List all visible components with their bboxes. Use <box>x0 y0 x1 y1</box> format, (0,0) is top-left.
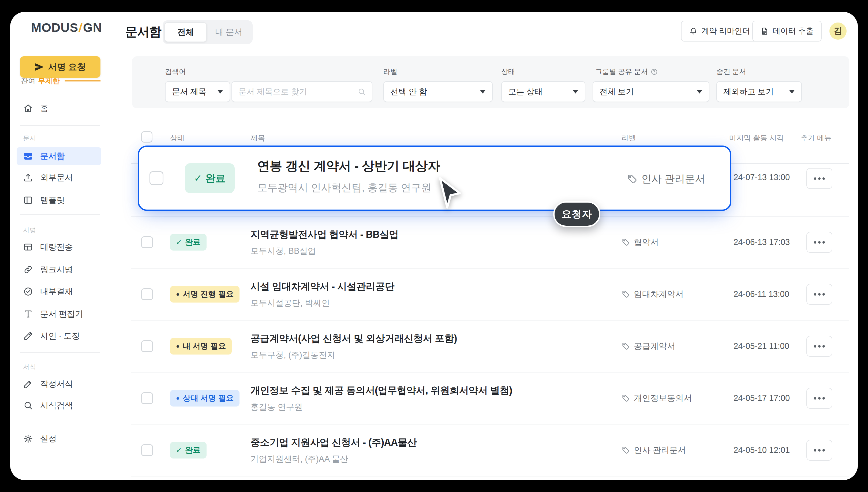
contract-reminder-label: 계약 리마인더 <box>701 26 750 36</box>
document-title: 지역균형발전사업 협약서 - BB실업 <box>251 228 399 241</box>
tab-my-documents-label: 내 문서 <box>215 27 242 38</box>
sidebar-item-inbox[interactable]: 문서함 <box>17 147 101 165</box>
check-icon: ✓ <box>194 173 202 184</box>
tab-my-documents[interactable]: 내 문서 <box>207 22 251 42</box>
file-extract-icon <box>760 27 769 35</box>
select-all-checkbox[interactable] <box>141 131 152 143</box>
column-label: 라벨 <box>621 133 636 143</box>
mouse-cursor-icon <box>437 177 464 210</box>
sidebar-item-label: 설정 <box>40 433 56 444</box>
row-checkbox[interactable] <box>150 171 163 185</box>
tag-icon <box>621 342 630 350</box>
more-menu-button[interactable] <box>807 440 833 461</box>
document-title: 개인정보 수집 및 제공 동의서(업무협약서, 위원회서약서 별첨) <box>251 384 512 397</box>
status-badge: ✓완료 <box>185 163 235 193</box>
document-participants: 모두구청, (주)길동전자 <box>251 349 457 361</box>
column-more: 추가 메뉴 <box>800 133 832 143</box>
sidebar-item-label: 내부결재 <box>40 286 73 297</box>
last-activity-time: 24-05-17 17:00 <box>734 393 790 403</box>
tab-all[interactable]: 전체 <box>164 22 207 42</box>
document-table: 상태 제목 라벨 마지막 활동 시각 추가 메뉴 ✓완료 연봉 갱신 계약서 -… <box>110 52 858 480</box>
app-window: MODUS/GN 서명 요청 잔여 무제한 홈 문서 문서함 외부문서 템플릿 <box>10 12 858 480</box>
search-icon <box>23 400 33 411</box>
document-title: 연봉 갱신 계약서 - 상반기 대상자 <box>257 157 440 174</box>
sidebar-item-label: 작성서식 <box>40 378 73 390</box>
row-checkbox[interactable] <box>141 288 153 300</box>
document-participants: 모두광역시 인사혁신팀, 홍길동 연구원 <box>257 181 440 195</box>
document-row[interactable]: ●내 서명 필요 공급계약서(사업 신청서 및 외상거래신청서 포함) 모두구청… <box>131 320 849 372</box>
sidebar-item-label: 템플릿 <box>40 195 65 206</box>
row-checkbox[interactable] <box>141 444 153 456</box>
last-activity-time: 24-06-13 17:03 <box>734 238 790 247</box>
document-row[interactable]: ✓완료 중소기업 지원사업 신청서 - (주)AA물산 기업지원센터, (주)A… <box>131 424 849 476</box>
inbox-icon <box>23 151 33 161</box>
row-checkbox[interactable] <box>141 236 153 248</box>
document-row-highlighted[interactable]: ✓완료 연봉 갱신 계약서 - 상반기 대상자 모두광역시 인사혁신팀, 홍길동… <box>138 146 731 211</box>
sidebar-item-form-search[interactable]: 서식검색 <box>17 396 101 415</box>
sidebar-item-label: 외부문서 <box>40 172 73 183</box>
document-row[interactable]: ✓완료 지역균형발전사업 협약서 - BB실업 모두시청, BB실업 협약서 2… <box>131 217 849 269</box>
document-title: 중소기업 지원사업 신청서 - (주)AA물산 <box>251 436 416 449</box>
data-export-button[interactable]: 데이터 추출 <box>752 21 822 42</box>
document-label: 임대차계약서 <box>621 289 684 300</box>
row-checkbox[interactable] <box>141 392 153 404</box>
document-titles: 시설 임대차계약서 - 시설관리공단 모두시설공단, 박싸인 <box>251 280 394 309</box>
pencil-icon <box>23 379 33 389</box>
check-circle-icon <box>23 287 33 297</box>
sidebar-item-home[interactable]: 홈 <box>17 99 101 117</box>
document-label: 개인정보동의서 <box>621 393 692 404</box>
document-titles: 연봉 갱신 계약서 - 상반기 대상자 모두광역시 인사혁신팀, 홍길동 연구원 <box>257 157 440 195</box>
sidebar-item-external-docs[interactable]: 외부문서 <box>17 169 101 187</box>
document-row[interactable]: ●서명 진행 필요 시설 임대차계약서 - 시설관리공단 모두시설공단, 박싸인… <box>131 269 849 320</box>
check-icon: ✓ <box>176 446 182 454</box>
status-badge: ●내 서명 필요 <box>170 338 232 354</box>
last-activity-time: 24-05-21 11:00 <box>734 341 789 351</box>
data-export-label: 데이터 추출 <box>773 26 814 36</box>
document-row[interactable]: ●상대 서명 필요 개인정보 수집 및 제공 동의서(업무협약서, 위원회서약서… <box>131 372 849 424</box>
logo-text-left: MODUS <box>31 21 78 34</box>
sidebar-section-documents: 문서 <box>23 134 36 143</box>
more-menu-button[interactable] <box>807 284 833 305</box>
bell-icon <box>689 27 698 35</box>
sidebar-item-label: 홈 <box>40 103 49 114</box>
sidebar-divider <box>20 416 100 416</box>
document-titles: 공급계약서(사업 신청서 및 외상거래신청서 포함) 모두구청, (주)길동전자 <box>251 332 457 361</box>
sidebar-item-doc-editor[interactable]: 문서 편집기 <box>17 305 101 323</box>
status-badge: ●서명 진행 필요 <box>170 286 239 302</box>
gear-icon <box>23 434 33 444</box>
sidebar-item-create-form[interactable]: 작성서식 <box>17 375 101 393</box>
document-participants: 기업지원센터, (주)AA 물산 <box>251 453 416 465</box>
more-menu-button[interactable] <box>807 168 833 189</box>
document-titles: 개인정보 수집 및 제공 동의서(업무협약서, 위원회서약서 별첨) 홍길동 연… <box>251 384 512 413</box>
check-icon: ✓ <box>176 238 182 247</box>
contract-reminder-button[interactable]: 계약 리마인더 <box>681 21 758 42</box>
last-activity-time: 24-05-10 12:01 <box>734 445 790 455</box>
document-participants: 모두시청, BB실업 <box>251 245 399 257</box>
screen: MODUS/GN 서명 요청 잔여 무제한 홈 문서 문서함 외부문서 템플릿 <box>0 0 868 492</box>
tag-icon <box>621 446 630 454</box>
document-title: 시설 임대차계약서 - 시설관리공단 <box>251 280 394 293</box>
sidebar-item-link-sign[interactable]: 링크서명 <box>17 261 101 279</box>
avatar[interactable]: 김 <box>829 23 847 40</box>
document-label: 인사 관리문서 <box>621 445 686 456</box>
more-menu-button[interactable] <box>807 232 833 253</box>
sidebar-item-templates[interactable]: 템플릿 <box>17 191 101 209</box>
more-menu-button[interactable] <box>807 336 833 357</box>
dot-icon: ● <box>176 395 179 402</box>
logo-text-right: GN <box>83 21 102 34</box>
more-menu-button[interactable] <box>807 388 833 409</box>
scope-tabs: 전체 내 문서 <box>162 20 253 44</box>
sidebar-item-internal-approval[interactable]: 내부결재 <box>17 282 101 301</box>
sidebar-item-settings[interactable]: 설정 <box>17 429 101 448</box>
modusign-logo[interactable]: MODUS/GN <box>31 20 102 35</box>
tag-icon <box>621 394 630 402</box>
sign-request-button[interactable]: 서명 요청 <box>20 56 100 78</box>
row-checkbox[interactable] <box>141 340 153 352</box>
sidebar-item-label: 링크서명 <box>40 264 73 275</box>
document-label: 협약서 <box>621 237 659 248</box>
last-activity-time: 24-07-13 13:00 <box>734 173 790 182</box>
sidebar-item-sign-stamp[interactable]: 사인 · 도장 <box>17 327 101 345</box>
sidebar-item-label: 서식검색 <box>40 400 73 411</box>
sidebar-item-bulk-send[interactable]: 대량전송 <box>17 238 101 256</box>
tag-icon <box>627 174 638 184</box>
